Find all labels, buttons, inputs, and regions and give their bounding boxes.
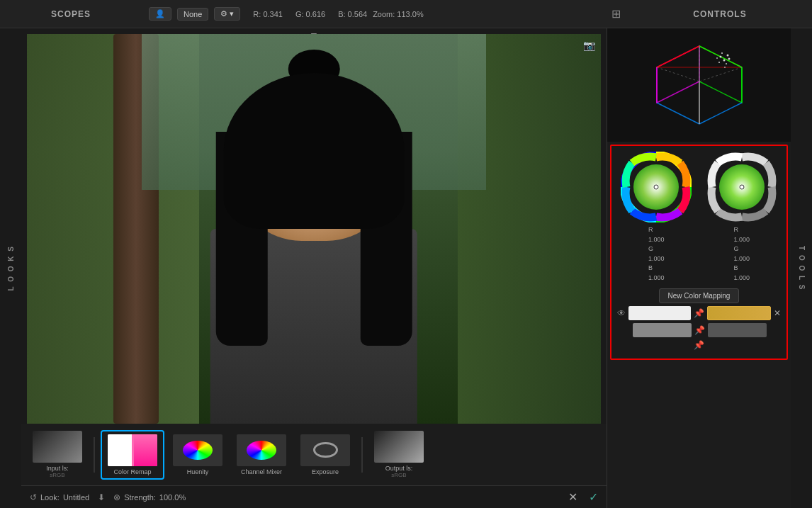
svg-line-6 [657, 103, 699, 124]
top-bar: SCOPES 👤 None ⚙ ▾ R: 0.341 G: 0.616 B: 0… [0, 0, 812, 28]
strength-label: Strength: [124, 493, 156, 502]
undo-icon: ↺ [30, 492, 37, 502]
mapping-row-2: 📌 [617, 323, 781, 337]
video-frame: 📷 [27, 34, 601, 424]
channel-mixer-label: Channel Mixer [241, 468, 282, 475]
output-ls-sublabel: sRGB [391, 472, 406, 478]
pin-icon[interactable]: 📌 [694, 308, 704, 318]
svg-point-19 [716, 57, 718, 59]
svg-line-8 [657, 46, 699, 67]
separator-1 [94, 437, 95, 473]
cancel-icon[interactable]: ✕ [568, 490, 577, 504]
save-icon: ⬇ [98, 492, 105, 502]
wheel-2-values: R 1.000 G 1.000 B 1.000 [733, 225, 750, 283]
look-label: Look: [40, 493, 60, 502]
pin-icon-2[interactable]: 📌 [694, 325, 705, 335]
strength-value: 100.0% [159, 493, 186, 502]
target-swatch-dark[interactable] [708, 323, 767, 337]
tool-exposure[interactable]: Exposure [295, 431, 356, 478]
controls-header: CONTROLS [628, 9, 812, 19]
wheel2-g: 1.000 [733, 254, 750, 264]
close-icon[interactable]: ✕ [774, 308, 781, 318]
settings-btn[interactable]: ⚙ ▾ [214, 7, 240, 21]
svg-point-15 [718, 62, 720, 63]
wheel1-r: 1.000 [648, 235, 665, 245]
svg-line-11 [657, 67, 699, 81]
video-section: ▼ [21, 28, 607, 424]
source-swatch-white[interactable] [628, 306, 691, 320]
exposure-thumbnail [300, 434, 350, 466]
tool-color-remap[interactable]: Color Remap [101, 430, 164, 480]
svg-point-17 [726, 63, 727, 64]
status-bar: ↺ Look: Untitled ⬇ ⊗ Strength: 100.0% ✕ … [21, 485, 607, 508]
person-icon-btn[interactable]: 👤 [149, 7, 171, 21]
mapping-row-1: 👁 📌 ✕ [617, 306, 781, 320]
tools-row: Input ls: sRGB Color Remap [21, 424, 607, 485]
wheel2-b: 1.000 [733, 273, 750, 283]
channel-mixer-thumbnail [237, 434, 286, 466]
r-value: R: 0.341 [253, 10, 283, 18]
color-wheel-2[interactable] [706, 152, 777, 222]
look-value: Untitled [63, 493, 89, 502]
pin-icon-3[interactable]: 📌 [694, 340, 704, 350]
none-btn[interactable]: None [177, 8, 208, 21]
huenity-label: Huenity [187, 468, 209, 475]
tools-sidebar: T O O L S [791, 28, 812, 508]
content-area: ▼ [21, 28, 607, 508]
save-item[interactable]: ⬇ [98, 492, 105, 502]
g-value: G: 0.616 [295, 10, 325, 18]
main-content: L O O K S ▼ [0, 28, 812, 508]
input-ls-label: Input ls: [46, 465, 69, 472]
svg-point-18 [721, 52, 723, 54]
input-ls-thumbnail [33, 431, 82, 463]
scopes-header: SCOPES [0, 9, 142, 19]
wheel-2-container: R 1.000 G 1.000 B 1.000 [706, 152, 777, 283]
undo-item[interactable]: ↺ Look: Untitled [30, 492, 89, 502]
svg-point-14 [723, 60, 725, 62]
zoom-value: Zoom: 113.0% [373, 10, 424, 18]
wheel-1-container: R 1.000 G 1.000 B 1.000 [621, 152, 692, 283]
tool-huenity[interactable]: Huenity [167, 431, 228, 478]
wheel1-b: 1.000 [648, 273, 665, 283]
color-remap-thumbnail [108, 434, 157, 466]
svg-line-10 [699, 67, 742, 81]
svg-point-13 [719, 56, 721, 58]
status-right: ✕ ✓ [568, 490, 598, 504]
separator-2 [361, 437, 363, 473]
looks-label: L O O K S [7, 245, 15, 291]
confirm-icon[interactable]: ✓ [589, 490, 598, 504]
output-ls-label: Output ls: [385, 465, 413, 472]
svg-point-29 [740, 185, 744, 189]
input-ls-sublabel: sRGB [50, 472, 64, 478]
mapping-row-3: 📌 [617, 340, 781, 350]
color-controls-panel: R 1.000 G 1.000 B 1.000 [610, 145, 788, 360]
huenity-thumbnail [173, 434, 222, 466]
camera-icon[interactable]: 📷 [583, 40, 595, 51]
tool-output-ls[interactable]: Output ls: sRGB [368, 428, 429, 481]
right-panel: R 1.000 G 1.000 B 1.000 [607, 28, 791, 508]
exposure-label: Exposure [312, 468, 339, 475]
source-swatch-gray[interactable] [633, 323, 692, 337]
fullscreen-icon[interactable]: ⊞ [611, 7, 621, 21]
svg-point-21 [724, 67, 726, 68]
svg-point-16 [726, 55, 728, 57]
tool-channel-mixer[interactable]: Channel Mixer [231, 431, 292, 478]
color-wheel-1[interactable] [621, 152, 692, 222]
looks-sidebar: L O O K S [0, 28, 21, 508]
target-swatch-orange[interactable] [707, 306, 771, 320]
svg-point-26 [654, 185, 658, 189]
color-remap-label: Color Remap [113, 468, 151, 475]
strength-icon: ⊗ [113, 492, 120, 502]
cube-viewer [607, 28, 791, 142]
new-mapping-button[interactable]: New Color Mapping [659, 288, 740, 303]
eye-icon[interactable]: 👁 [617, 308, 626, 318]
tools-label: T O O L S [798, 246, 806, 290]
tool-input-ls[interactable]: Input ls: sRGB [27, 428, 88, 481]
output-ls-thumbnail [374, 431, 424, 463]
strength-item: ⊗ Strength: 100.0% [113, 492, 186, 502]
wheel2-r: 1.000 [733, 235, 750, 245]
wheel1-g: 1.000 [648, 254, 665, 264]
color-wheels-row: R 1.000 G 1.000 B 1.000 [617, 152, 781, 283]
cube-svg [643, 35, 756, 135]
svg-line-5 [699, 103, 742, 124]
